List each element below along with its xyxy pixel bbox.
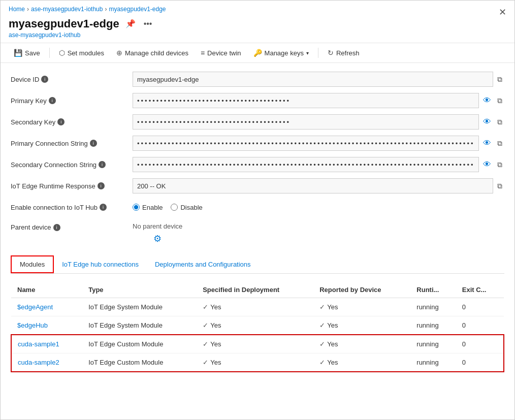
parent-device-value-wrap: No parent device ⚙ bbox=[133, 222, 182, 245]
breadcrumb-device[interactable]: myasegpudev1-edge bbox=[109, 6, 166, 13]
runtime-response-input[interactable] bbox=[133, 178, 493, 193]
module-name-link[interactable]: cuda-sample1 bbox=[18, 340, 59, 348]
primary-key-input[interactable] bbox=[133, 93, 479, 108]
table-row: cuda-sample1 IoT Edge Custom Module ✓ Ye… bbox=[11, 335, 504, 353]
device-id-input[interactable] bbox=[133, 72, 493, 87]
col-reported: Reported by Device bbox=[313, 282, 410, 298]
module-name-link[interactable]: cuda-sample2 bbox=[18, 359, 59, 366]
table-row: cuda-sample2 IoT Edge Custom Module ✓ Ye… bbox=[11, 353, 504, 372]
parent-device-row: Parent device i No parent device ⚙ bbox=[11, 220, 504, 245]
modules-table: Name Type Specified in Deployment Report… bbox=[11, 282, 504, 372]
secondary-conn-input[interactable] bbox=[133, 157, 479, 172]
secondary-conn-copy-button[interactable]: ⧉ bbox=[495, 158, 504, 171]
secondary-key-copy-button[interactable]: ⧉ bbox=[495, 116, 504, 128]
breadcrumb-hub[interactable]: ase-myasegpudev1-iothub bbox=[31, 6, 103, 13]
primary-conn-label: Primary Connection String bbox=[11, 140, 88, 147]
col-type: Type bbox=[82, 282, 197, 298]
col-exit: Exit C... bbox=[456, 282, 504, 298]
col-specified: Specified in Deployment bbox=[197, 282, 313, 298]
child-icon: ⊕ bbox=[116, 49, 122, 57]
breadcrumb-home[interactable]: Home bbox=[9, 6, 25, 13]
primary-key-label: Primary Key bbox=[11, 97, 47, 105]
enable-radio-input[interactable] bbox=[133, 204, 140, 211]
refresh-button[interactable]: ↻ Refresh bbox=[323, 46, 365, 59]
set-modules-button[interactable]: ⬡ Set modules bbox=[54, 46, 109, 59]
tabs-section: Modules IoT Edge hub connections Deploym… bbox=[11, 255, 504, 274]
save-button[interactable]: 💾 Save bbox=[9, 46, 45, 59]
device-id-copy-button[interactable]: ⧉ bbox=[495, 73, 504, 86]
primary-key-copy-button[interactable]: ⧉ bbox=[495, 94, 504, 107]
pin-button[interactable]: 📌 bbox=[123, 17, 138, 30]
runtime-response-label: IoT Edge Runtime Response bbox=[11, 182, 95, 190]
keys-icon: 🔑 bbox=[253, 49, 262, 57]
parent-device-gear-button[interactable]: ⚙ bbox=[133, 232, 182, 245]
parent-device-info-icon[interactable]: i bbox=[53, 224, 60, 231]
secondary-key-input[interactable] bbox=[133, 114, 479, 130]
keys-chevron-icon: ▾ bbox=[306, 50, 309, 56]
connection-radio-group: Enable Disable bbox=[133, 204, 203, 211]
title-bar: myasegpudev1-edge 📌 ••• ase-myasegpudev1… bbox=[1, 15, 514, 43]
toolbar: 💾 Save ⬡ Set modules ⊕ Manage child devi… bbox=[1, 43, 514, 63]
device-id-label: Device ID bbox=[11, 76, 39, 83]
enable-connection-row: Enable connection to IoT Hub i Enable Di… bbox=[11, 199, 504, 215]
table-header-row: Name Type Specified in Deployment Report… bbox=[11, 282, 504, 298]
table-row: $edgeHub IoT Edge System Module ✓ Yes ✓ … bbox=[11, 316, 504, 335]
primary-conn-row: Primary Connection String i 👁 ⧉ bbox=[11, 135, 504, 151]
primary-conn-info-icon[interactable]: i bbox=[90, 140, 97, 147]
col-runtime: Runti... bbox=[410, 282, 456, 298]
twin-icon: ≡ bbox=[201, 49, 205, 57]
primary-key-reveal-button[interactable]: 👁 bbox=[481, 94, 493, 107]
breadcrumb: Home › ase-myasegpudev1-iothub › myasegp… bbox=[1, 1, 514, 15]
col-name: Name bbox=[11, 282, 82, 298]
content-area: Device ID i ⧉ Primary Key i 👁 ⧉ Secon bbox=[1, 63, 514, 380]
disable-radio-label: Disable bbox=[180, 204, 202, 211]
primary-conn-input[interactable] bbox=[133, 136, 479, 151]
refresh-icon: ↻ bbox=[328, 49, 334, 57]
table-row: $edgeAgent IoT Edge System Module ✓ Yes … bbox=[11, 298, 504, 316]
save-icon: 💾 bbox=[14, 49, 22, 57]
manage-child-button[interactable]: ⊕ Manage child devices bbox=[111, 46, 194, 59]
page-title: myasegpudev1-edge bbox=[9, 17, 119, 30]
title-subtitle: ase-myasegpudev1-iothub bbox=[9, 31, 154, 39]
primary-conn-reveal-button[interactable]: 👁 bbox=[481, 137, 493, 150]
secondary-conn-info-icon[interactable]: i bbox=[99, 161, 106, 168]
parent-device-value: No parent device bbox=[133, 222, 182, 230]
toolbar-divider-2 bbox=[318, 48, 318, 58]
secondary-conn-label: Secondary Connection String bbox=[11, 161, 96, 169]
primary-key-row: Primary Key i 👁 ⧉ bbox=[11, 92, 504, 109]
primary-conn-copy-button[interactable]: ⧉ bbox=[495, 137, 504, 150]
secondary-key-reveal-button[interactable]: 👁 bbox=[481, 115, 493, 128]
toolbar-divider-1 bbox=[49, 48, 50, 58]
tab-iot-edge-hub[interactable]: IoT Edge hub connections bbox=[54, 255, 147, 273]
secondary-conn-row: Secondary Connection String i 👁 ⧉ bbox=[11, 156, 504, 173]
close-button[interactable]: ✕ bbox=[499, 7, 506, 18]
device-id-row: Device ID i ⧉ bbox=[11, 71, 504, 87]
enable-connection-info-icon[interactable]: i bbox=[100, 204, 107, 211]
enable-connection-label: Enable connection to IoT Hub bbox=[11, 204, 98, 211]
enable-radio-label: Enable bbox=[142, 204, 163, 211]
secondary-key-info-icon[interactable]: i bbox=[57, 118, 65, 125]
module-name-link[interactable]: $edgeAgent bbox=[17, 303, 53, 311]
device-twin-button[interactable]: ≡ Device twin bbox=[196, 46, 246, 59]
manage-keys-button[interactable]: 🔑 Manage keys ▾ bbox=[248, 46, 314, 59]
parent-device-label: Parent device bbox=[11, 223, 51, 231]
more-button[interactable]: ••• bbox=[142, 17, 154, 30]
secondary-key-row: Secondary Key i 👁 ⧉ bbox=[11, 114, 504, 130]
secondary-conn-reveal-button[interactable]: 👁 bbox=[481, 158, 493, 171]
modules-table-wrap: Name Type Specified in Deployment Report… bbox=[11, 282, 504, 372]
runtime-response-info-icon[interactable]: i bbox=[98, 182, 105, 189]
primary-key-info-icon[interactable]: i bbox=[49, 97, 56, 104]
device-id-info-icon[interactable]: i bbox=[41, 76, 48, 83]
tab-modules[interactable]: Modules bbox=[11, 255, 54, 273]
disable-radio-input[interactable] bbox=[171, 204, 178, 211]
tab-deployments[interactable]: Deployments and Configurations bbox=[147, 255, 259, 273]
runtime-response-copy-button[interactable]: ⧉ bbox=[495, 180, 504, 192]
runtime-response-row: IoT Edge Runtime Response i ⧉ bbox=[11, 178, 504, 194]
secondary-key-label: Secondary Key bbox=[11, 118, 55, 126]
module-name-link[interactable]: $edgeHub bbox=[17, 321, 48, 329]
modules-icon: ⬡ bbox=[59, 49, 65, 57]
disable-radio-option[interactable]: Disable bbox=[171, 204, 202, 211]
enable-radio-option[interactable]: Enable bbox=[133, 204, 163, 211]
